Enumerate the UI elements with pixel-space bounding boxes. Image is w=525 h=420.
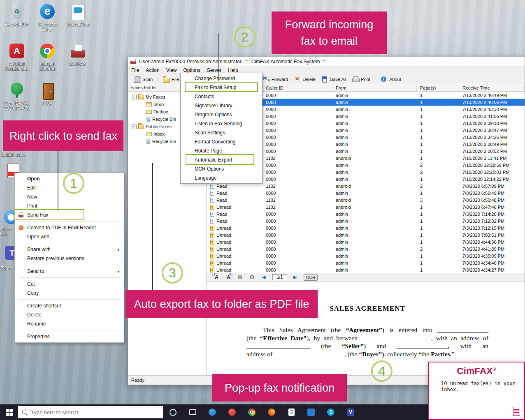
context-item-open-with[interactable]: Open with... bbox=[15, 232, 124, 241]
menu-item-signature-library[interactable]: Signature Library bbox=[181, 101, 262, 110]
expander-icon[interactable] bbox=[132, 125, 137, 129]
toolbar-separator bbox=[376, 76, 376, 83]
pages-cell: 3 bbox=[417, 198, 459, 203]
context-item-properties[interactable]: Properties bbox=[15, 332, 124, 341]
fax-row[interactable]: Unread0000admin17/3/2020 4:44:36 PM bbox=[207, 238, 525, 245]
context-item-new[interactable]: New bbox=[15, 192, 124, 201]
toolbar-forward[interactable]: Forward bbox=[260, 75, 290, 83]
fax-row[interactable]: Read0000admin17/3/2020 7:12:32 PM bbox=[207, 217, 525, 224]
column-header-receive-time[interactable]: Receive Time bbox=[459, 84, 525, 91]
context-item-delete[interactable]: Delete bbox=[15, 310, 124, 319]
fax-row[interactable]: Unread0000admin17/3/2020 7:03:51 PM bbox=[207, 231, 525, 238]
context-item-restore-previous-versions[interactable]: Restore previous versions bbox=[15, 254, 124, 263]
pages-cell: 1 bbox=[417, 121, 459, 126]
zoom-in-icon[interactable] bbox=[237, 274, 244, 281]
fax-row[interactable]: Unread0000admin17/3/2020 4:35:09 PM bbox=[207, 252, 525, 259]
desktop-icon-microsoft-edge[interactable]: Microsoft Edge bbox=[33, 3, 62, 32]
toolbar-delete[interactable]: Delete bbox=[291, 75, 318, 83]
context-item-send-to[interactable]: Send to▸ bbox=[15, 267, 124, 276]
document-line: ____________________ (the “Seller”) and … bbox=[246, 342, 488, 350]
toolbar-label: Delete bbox=[302, 77, 316, 82]
context-item-cut[interactable]: Cut bbox=[15, 279, 124, 288]
menu-item-listen-in-fax-sending[interactable]: Listen in Fax Sending bbox=[181, 119, 262, 128]
desktop-icon-recycle-bin[interactable]: Recycle Bin bbox=[2, 3, 31, 27]
rotate-right-icon[interactable] bbox=[225, 274, 232, 281]
desktop-icon-0904[interactable]: 0904 bbox=[33, 82, 62, 106]
caller-id-cell: 1102 bbox=[262, 205, 332, 210]
context-item-share-with[interactable]: Share with▸ bbox=[15, 245, 124, 254]
fax-row[interactable]: Unread0000admin17/3/2020 4:34:46 PM bbox=[207, 259, 525, 266]
column-header-from[interactable]: From bbox=[332, 84, 417, 91]
toolbar-scan[interactable]: Scan bbox=[131, 75, 155, 83]
taskbar-cortana-icon[interactable] bbox=[163, 404, 183, 420]
desktop-icon-cimfax[interactable]: CimFAX bbox=[63, 43, 92, 66]
fax-row[interactable]: Unread0000admin17/3/2020 4:34:27 PM bbox=[207, 266, 525, 273]
menu-item-ocr-options[interactable]: OCR Options bbox=[181, 164, 262, 173]
caller-id-cell: 1102 bbox=[262, 198, 332, 203]
menu-item-scan-settings[interactable]: Scan Settings bbox=[181, 128, 262, 137]
context-item-copy[interactable]: Copy bbox=[15, 288, 124, 298]
desktop-icon-coreldraw-2019-64-bit[interactable]: CorelDRAW 2019 (64-Bit) bbox=[2, 82, 31, 111]
next-page-icon[interactable] bbox=[292, 274, 299, 281]
fax-row[interactable]: Unread0000admin27/3/2020 4:41:39 PM bbox=[207, 245, 525, 252]
menu-item-format-converting[interactable]: Format Converting bbox=[181, 137, 262, 146]
caller-id-cell: 0000 bbox=[262, 268, 332, 272]
taskbar-blue-app-icon[interactable] bbox=[202, 404, 222, 420]
expander-icon[interactable] bbox=[132, 95, 137, 99]
context-item-create-shortcut[interactable]: Create shortcut bbox=[15, 301, 124, 310]
menu-file[interactable]: File bbox=[128, 67, 142, 74]
taskbar-skype-icon[interactable] bbox=[321, 404, 341, 420]
context-item-label: Properties bbox=[27, 334, 120, 339]
zoom-out-icon[interactable] bbox=[249, 274, 256, 281]
document-body: This Sales Agreement (the “Agreement”) i… bbox=[246, 326, 488, 358]
toolbar-about[interactable]: About bbox=[378, 75, 404, 83]
menu-view[interactable]: View bbox=[163, 67, 180, 74]
forward-icon bbox=[263, 76, 270, 82]
menu-item-language[interactable]: Language bbox=[181, 173, 262, 182]
blue-app-glyph bbox=[209, 408, 216, 416]
toolbar-save-as[interactable]: Save As bbox=[319, 75, 349, 83]
context-item-convert-to-pdf-in-foxit-reader[interactable]: Convert to PDF in Foxit Reader bbox=[15, 223, 124, 232]
context-item-rename[interactable]: Rename bbox=[15, 319, 124, 328]
desktop-icon-google-chrome[interactable]: Google Chrome bbox=[33, 43, 62, 71]
taskbar-word-icon[interactable] bbox=[301, 404, 321, 420]
page-indicator[interactable]: 1/1 bbox=[272, 274, 287, 280]
windows-logo-icon bbox=[6, 409, 13, 416]
fax-row[interactable]: Unread1102android17/8/2020 6:47:46 PM bbox=[207, 203, 525, 210]
chat-icon bbox=[69, 3, 87, 21]
start-button[interactable] bbox=[0, 404, 18, 420]
taskbar-firefox-icon[interactable] bbox=[262, 404, 281, 420]
toolbar-print[interactable]: Print bbox=[350, 75, 373, 83]
fax-row[interactable]: Read1102android37/8/2020 6:50:48 PM bbox=[207, 196, 525, 203]
mail-icon bbox=[146, 102, 152, 106]
taskbar-search[interactable] bbox=[18, 406, 163, 418]
ocr-button[interactable]: OCR bbox=[304, 274, 318, 281]
window-titlebar[interactable]: User:admin Ext:0000 Permission:Administr… bbox=[128, 57, 525, 66]
menu-item-contacts[interactable]: Contacts bbox=[181, 92, 262, 101]
search-input[interactable] bbox=[31, 409, 159, 415]
from-cell: admin bbox=[332, 212, 417, 217]
column-header-caller-id[interactable]: Caller ID bbox=[262, 84, 332, 91]
fax-row[interactable]: Read0000admin17/8/2020 6:56:49 PM bbox=[207, 189, 525, 196]
desktop-icon-mylivechat[interactable]: MyLiveChat bbox=[63, 3, 92, 27]
desktop-icon-acrobat-reader-dc[interactable]: Acrobat Reader DC bbox=[2, 43, 31, 71]
taskbar-visio-icon[interactable] bbox=[341, 404, 360, 420]
column-header-page-s[interactable]: Page(s) bbox=[417, 84, 459, 91]
fax-row[interactable]: Unread0000admin17/3/2020 7:12:15 PM bbox=[207, 224, 525, 231]
from-cell: admin bbox=[332, 93, 417, 98]
taskbar-task-view-icon[interactable] bbox=[183, 404, 202, 420]
menu-item-program-options[interactable]: Program Options bbox=[181, 110, 262, 119]
previous-page-icon[interactable] bbox=[260, 274, 268, 281]
taskbar-red-app-icon[interactable] bbox=[222, 404, 242, 420]
fax-notification-popup[interactable]: CimFAX® 10 unread fax(es) in your inbox. bbox=[428, 362, 525, 420]
fax-row[interactable]: Read0000admin17/3/2020 7:14:20 PM bbox=[207, 210, 525, 217]
unread-fax-icon bbox=[210, 233, 214, 238]
menu-action[interactable]: Action bbox=[142, 67, 163, 74]
taskbar-notes-icon[interactable] bbox=[281, 404, 301, 420]
door-icon bbox=[38, 82, 56, 99]
toolbar-file[interactable]: File bbox=[160, 75, 181, 83]
rotate-left-icon[interactable] bbox=[213, 274, 220, 281]
callout-auto-export-pdf: Auto export fax to folder as PDF file bbox=[125, 290, 318, 318]
taskbar-chrome-icon[interactable] bbox=[242, 404, 262, 420]
status-label: Read bbox=[216, 219, 227, 224]
